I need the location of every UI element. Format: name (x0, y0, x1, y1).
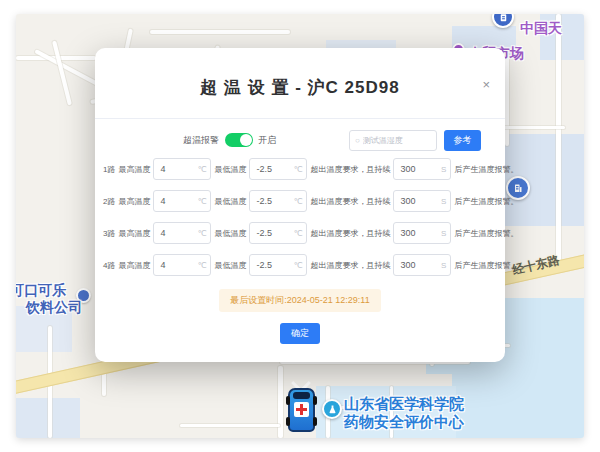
vehicle-marker[interactable] (287, 376, 317, 438)
min-temp-input[interactable] (250, 164, 306, 174)
toggle-state-label: 开启 (258, 134, 276, 147)
duration-label: 超出温度要求，且持续 (310, 228, 390, 239)
map-road (495, 126, 565, 129)
max-temp-label: 最高温度 (118, 164, 150, 175)
map-road (278, 366, 283, 438)
wheel (313, 396, 317, 405)
row-suffix: 后产生温度报警。 (454, 164, 518, 175)
duration-label: 超出温度要求，且持续 (310, 164, 390, 175)
dialog-title: 超 温 设 置 - 沪C 25D98 (95, 76, 505, 99)
max-temp-input[interactable] (154, 260, 210, 270)
min-temp-label: 最低温度 (214, 260, 246, 271)
duration-input[interactable] (394, 260, 450, 270)
min-temp-label: 最低温度 (214, 196, 246, 207)
map-road (52, 40, 72, 105)
row-suffix: 后产生温度报警。 (454, 260, 518, 271)
over-temperature-settings-dialog: 超 温 设 置 - 沪C 25D98 × 超温报警 开启 ○ 参考 1路 最高温… (95, 48, 505, 362)
windshield (293, 392, 310, 399)
duration-label: 超出温度要求，且持续 (310, 196, 390, 207)
max-temp-label: 最高温度 (118, 196, 150, 207)
map-road (180, 424, 280, 427)
poi-label-cola-2: 饮料公司 (26, 299, 82, 317)
max-temp-label: 最高温度 (118, 228, 150, 239)
building-icon (512, 182, 524, 194)
search-icon: ○ (355, 136, 360, 145)
min-temp-input[interactable] (250, 260, 306, 270)
channel-row-1: 1路 最高温度 ℃ 最低温度 ℃ 超出温度要求，且持续 S 后产生温度报警。 (103, 158, 501, 180)
reference-button[interactable]: 参考 (444, 130, 481, 151)
wheel (286, 417, 290, 426)
map-road (556, 14, 561, 266)
building-icon (498, 14, 509, 23)
poi-label-institute-1: 山东省医学科学院 (344, 395, 464, 414)
min-temp-label: 最低温度 (214, 164, 246, 175)
lab-poi-icon[interactable] (322, 399, 342, 419)
screenshot-root: 经十东路 中国天 农贸市场 可口可乐 饮料公司 山东省医学科学院 药物安全评价中… (0, 0, 600, 452)
last-set-time-wrap: 最后设置时间:2024-05-21 12:29:11 (95, 289, 505, 312)
duration-input[interactable] (394, 196, 450, 206)
red-cross-icon (294, 402, 309, 417)
last-set-time-badge: 最后设置时间:2024-05-21 12:29:11 (219, 289, 380, 312)
map-road (150, 30, 290, 34)
flask-icon (327, 404, 338, 415)
channel-label: 3路 (103, 228, 115, 239)
channel-label: 4路 (103, 260, 115, 271)
divider (95, 118, 505, 119)
toggle-knob (240, 134, 252, 146)
confirm-button[interactable]: 确定 (280, 323, 320, 344)
row-suffix: 后产生温度报警。 (454, 196, 518, 207)
close-icon[interactable]: × (482, 78, 490, 91)
poi-label-cola-1: 可口可乐 (16, 282, 66, 300)
row-suffix: 后产生温度报警。 (454, 228, 518, 239)
poi-label-top: 中国天 (520, 20, 562, 38)
channel-label: 1路 (103, 164, 115, 175)
min-temp-input[interactable] (250, 228, 306, 238)
test-temp-input[interactable] (363, 136, 431, 145)
map-road (505, 54, 509, 146)
duration-input[interactable] (394, 164, 450, 174)
duration-input[interactable] (394, 228, 450, 238)
channel-row-3: 3路 最高温度 ℃ 最低温度 ℃ 超出温度要求，且持续 S 后产生温度报警。 (103, 222, 501, 244)
max-temp-input[interactable] (154, 228, 210, 238)
poi-label-institute-2: 药物安全评价中心 (344, 413, 464, 432)
channel-label: 2路 (103, 196, 115, 207)
min-temp-label: 最低温度 (214, 228, 246, 239)
channel-row-2: 2路 最高温度 ℃ 最低温度 ℃ 超出温度要求，且持续 S 后产生温度报警。 (103, 190, 501, 212)
ambulance-bus-icon (288, 388, 315, 432)
min-temp-input[interactable] (250, 196, 306, 206)
confirm-wrap: 确定 (95, 322, 505, 344)
max-temp-input[interactable] (154, 196, 210, 206)
alarm-toggle-label: 超温报警 (183, 134, 219, 147)
alarm-controls-bar: 超温报警 开启 ○ 参考 (95, 129, 481, 151)
channel-rows: 1路 最高温度 ℃ 最低温度 ℃ 超出温度要求，且持续 S 后产生温度报警。 2… (103, 158, 501, 286)
test-temp-search-box: ○ (349, 130, 437, 151)
max-temp-label: 最高温度 (118, 260, 150, 271)
duration-label: 超出温度要求，且持续 (310, 260, 390, 271)
wheel (313, 417, 317, 426)
channel-row-4: 4路 最高温度 ℃ 最低温度 ℃ 超出温度要求，且持续 S 后产生温度报警。 (103, 254, 501, 276)
max-temp-input[interactable] (154, 164, 210, 174)
wheel (286, 396, 290, 405)
alarm-toggle-switch[interactable] (225, 133, 253, 147)
